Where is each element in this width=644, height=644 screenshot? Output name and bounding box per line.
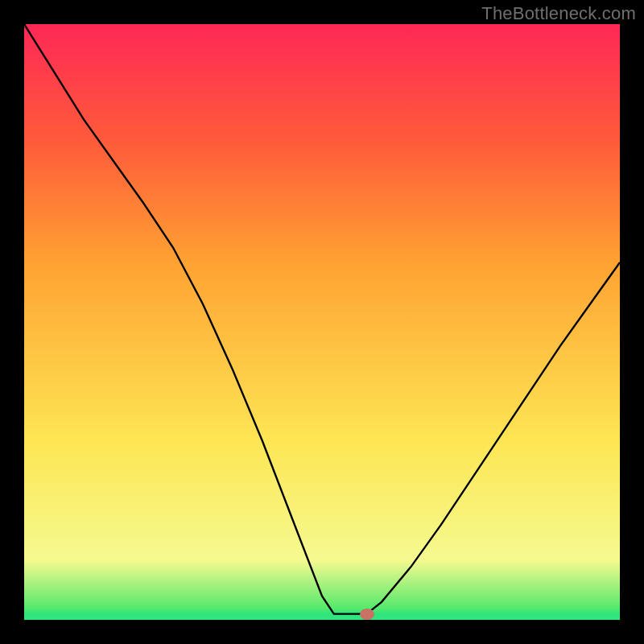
chart-container: TheBottleneck.com — [0, 0, 644, 644]
optimum-marker — [360, 609, 374, 620]
curve-svg — [24, 24, 620, 620]
watermark-text: TheBottleneck.com — [481, 3, 636, 24]
plot-area — [24, 24, 620, 620]
bottleneck-curve — [24, 24, 620, 614]
